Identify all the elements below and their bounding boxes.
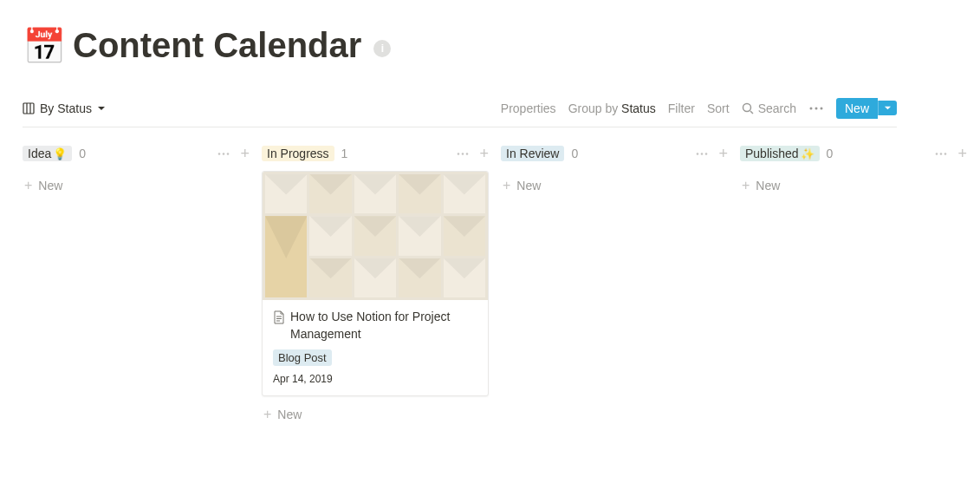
board-icon xyxy=(23,102,35,114)
search-label: Search xyxy=(758,101,796,115)
svg-line-4 xyxy=(750,111,753,114)
dots-icon xyxy=(457,153,469,155)
more-options-button[interactable] xyxy=(808,101,824,116)
column-count: 1 xyxy=(341,147,348,160)
sparkles-icon: ✨ xyxy=(801,147,815,160)
column-add-button[interactable]: + xyxy=(957,146,967,161)
svg-point-6 xyxy=(815,107,817,109)
column-count: 0 xyxy=(571,147,578,160)
group-by-value: Status xyxy=(621,101,656,115)
add-card-label: New xyxy=(516,179,541,193)
column-header: Idea 💡 0 + xyxy=(23,140,250,167)
column-tag[interactable]: In Progress xyxy=(262,146,334,161)
column-count: 0 xyxy=(79,147,86,160)
column-add-button[interactable]: + xyxy=(240,146,250,161)
column-header: Published ✨ 0 + xyxy=(740,140,967,167)
card-title: How to Use Notion for Project Management xyxy=(290,309,477,343)
card-tag: Blog Post xyxy=(273,349,332,366)
svg-point-20 xyxy=(936,153,938,155)
board: Idea 💡 0 + + New In Progress xyxy=(23,127,897,427)
column-label: Idea xyxy=(28,147,51,160)
plus-icon: + xyxy=(24,178,32,193)
dots-icon xyxy=(217,153,230,155)
new-button[interactable]: New xyxy=(836,98,878,119)
view-name: By Status xyxy=(40,101,92,115)
card[interactable]: How to Use Notion for Project Management… xyxy=(262,171,489,396)
plus-icon: + xyxy=(263,407,271,422)
new-button-dropdown[interactable] xyxy=(878,101,897,115)
search-icon xyxy=(742,102,754,114)
group-by-button[interactable]: Group by Status xyxy=(568,101,656,115)
svg-point-17 xyxy=(697,153,699,155)
add-card-button[interactable]: + New xyxy=(740,173,967,199)
dots-icon xyxy=(696,153,708,155)
card-date: Apr 14, 2019 xyxy=(273,373,477,385)
plus-icon: + xyxy=(742,178,750,193)
column-more-button[interactable] xyxy=(216,146,231,161)
svg-point-21 xyxy=(940,153,943,155)
add-card-label: New xyxy=(38,179,62,193)
column-more-button[interactable] xyxy=(933,146,949,161)
svg-point-22 xyxy=(944,153,947,155)
column-published: Published ✨ 0 + + New xyxy=(740,140,967,427)
toolbar: By Status Properties Group by Status Fil… xyxy=(23,89,897,127)
title-row: 📅 Content Calendar i xyxy=(23,26,897,65)
add-card-button[interactable]: + New xyxy=(501,173,728,199)
svg-point-3 xyxy=(743,103,750,111)
card-cover-image xyxy=(263,172,488,300)
column-header: In Review 0 + xyxy=(501,140,728,167)
lightbulb-icon: 💡 xyxy=(53,147,67,160)
properties-button[interactable]: Properties xyxy=(501,101,556,115)
view-selector[interactable]: By Status xyxy=(23,101,106,115)
svg-point-11 xyxy=(458,153,460,155)
column-idea: Idea 💡 0 + + New xyxy=(23,140,250,427)
page-icon xyxy=(273,310,285,324)
column-more-button[interactable] xyxy=(455,146,471,161)
add-card-label: New xyxy=(756,179,780,193)
add-card-button[interactable]: + New xyxy=(262,401,489,427)
svg-point-13 xyxy=(466,153,469,155)
group-by-prefix: Group by xyxy=(568,101,621,115)
column-tag[interactable]: Idea 💡 xyxy=(23,146,72,161)
column-label: In Progress xyxy=(267,147,329,160)
svg-point-10 xyxy=(227,153,230,155)
add-card-label: New xyxy=(277,408,302,421)
chevron-down-icon xyxy=(97,104,106,113)
column-add-button[interactable]: + xyxy=(718,146,728,161)
svg-point-5 xyxy=(809,107,812,109)
search-button[interactable]: Search xyxy=(742,101,796,115)
column-label: Published xyxy=(745,147,799,160)
column-label: In Review xyxy=(506,147,559,160)
column-add-button[interactable]: + xyxy=(479,146,489,161)
info-icon[interactable]: i xyxy=(373,40,391,57)
column-count: 0 xyxy=(827,147,834,160)
plus-icon: + xyxy=(503,178,510,193)
filter-button[interactable]: Filter xyxy=(668,101,695,115)
svg-point-19 xyxy=(705,153,708,155)
svg-point-9 xyxy=(223,153,225,155)
svg-rect-0 xyxy=(23,103,34,114)
column-tag[interactable]: Published ✨ xyxy=(740,146,820,161)
svg-point-12 xyxy=(462,153,464,155)
dots-icon xyxy=(809,107,823,110)
column-tag[interactable]: In Review xyxy=(501,146,564,161)
svg-point-18 xyxy=(701,153,704,155)
page-title[interactable]: Content Calendar xyxy=(73,26,361,65)
column-more-button[interactable] xyxy=(694,146,710,161)
column-in-review: In Review 0 + + New xyxy=(501,140,728,427)
dots-icon xyxy=(935,153,947,155)
page-emoji-icon[interactable]: 📅 xyxy=(23,29,66,63)
sort-button[interactable]: Sort xyxy=(707,101,730,115)
chevron-down-icon xyxy=(884,104,892,112)
column-header: In Progress 1 + xyxy=(262,140,489,167)
column-in-progress: In Progress 1 + xyxy=(262,140,489,427)
svg-point-8 xyxy=(218,153,221,155)
add-card-button[interactable]: + New xyxy=(23,173,250,199)
svg-point-7 xyxy=(820,107,822,109)
